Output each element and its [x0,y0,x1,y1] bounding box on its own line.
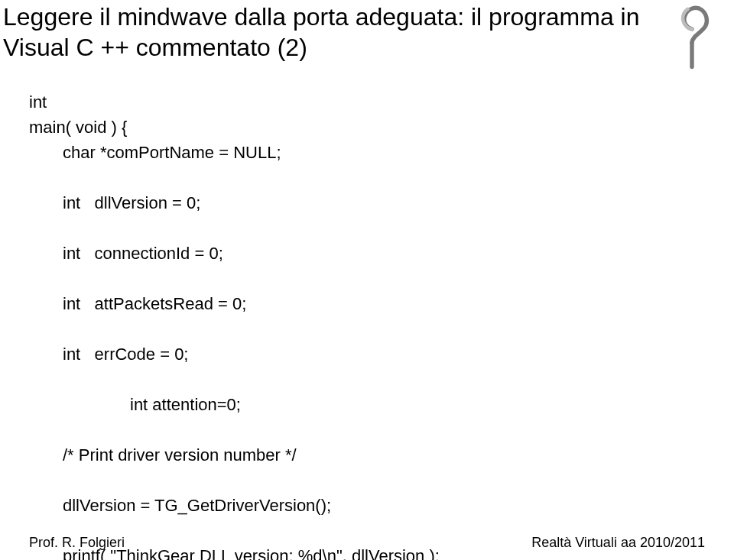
footer-author: Prof. R. Folgieri [29,535,125,551]
slide-title-line1: Leggere il mindwave dalla porta adeguata… [3,2,639,32]
code-line: char *comPortName = NULL; [29,140,606,165]
code-line: int errCode = 0; [29,342,606,367]
code-line: dllVersion = TG_GetDriverVersion(); [29,493,606,518]
code-line: int attPacketsRead = 0; [29,291,606,316]
code-line: int [29,92,47,112]
code-line: int attention=0; [29,392,606,417]
code-line: int connectionId = 0; [29,241,606,266]
logo-icon [658,2,726,70]
code-line: /* Print driver version number */ [29,442,606,468]
page: Leggere il mindwave dalla porta adeguata… [0,0,734,560]
slide-title-line2: Visual C ++ commentato (2) [3,32,307,63]
code-line: main( void ) { [29,118,127,137]
code-block: int main( void ) { char *comPortName = N… [29,64,606,560]
svg-point-0 [690,40,693,44]
code-line: int dllVersion = 0; [29,190,606,215]
footer-course: Realtà Virtuali aa 2010/2011 [531,535,705,551]
